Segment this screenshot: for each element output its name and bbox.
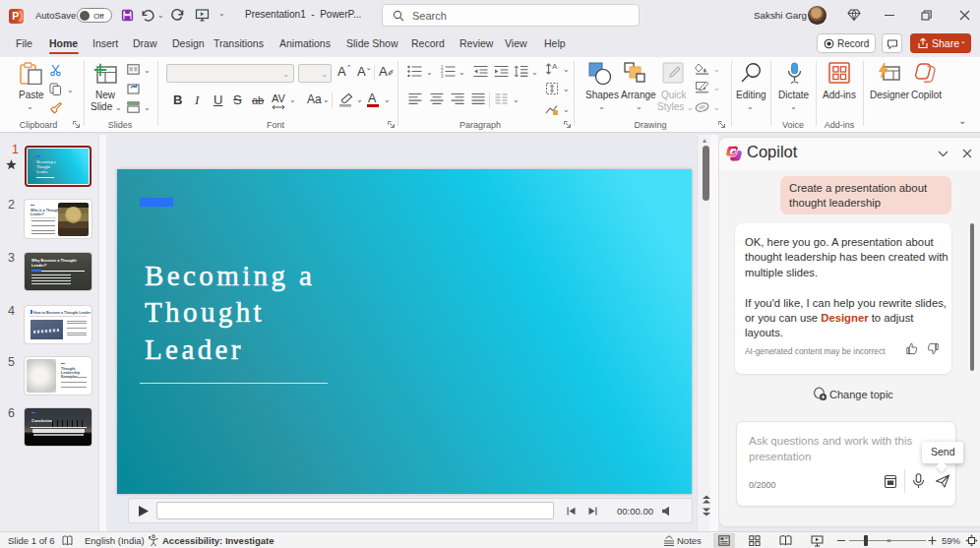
svg-text:3: 3: [441, 74, 444, 79]
svg-text:A: A: [552, 62, 558, 71]
svg-text:P: P: [12, 10, 19, 22]
